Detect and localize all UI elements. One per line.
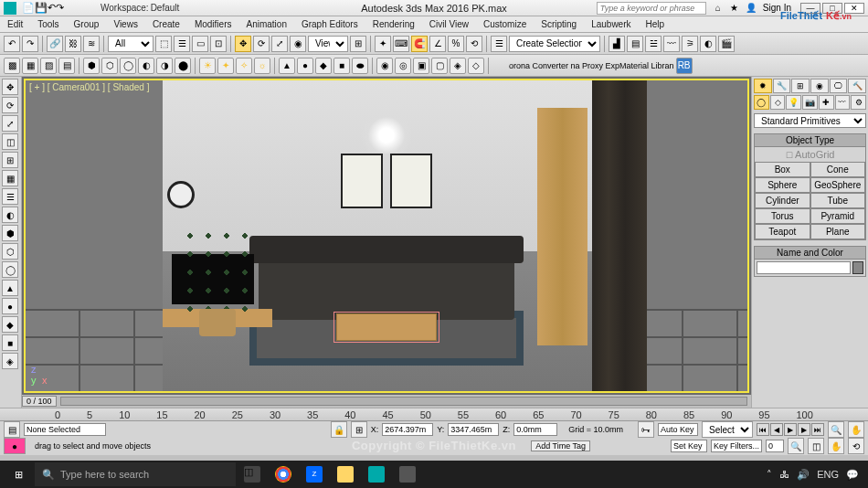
lock-selection-icon[interactable]: 🔒 [331, 421, 347, 438]
box-button[interactable]: Box [755, 162, 810, 177]
menu-laubwerk[interactable]: Laubwerk [591, 19, 630, 29]
tb2-icon[interactable]: ▣ [413, 58, 429, 74]
lt-icon[interactable]: ⬡ [2, 243, 18, 260]
menu-civil-view[interactable]: Civil View [429, 19, 469, 29]
app-icon[interactable] [393, 462, 422, 486]
menu-animation[interactable]: Animation [246, 19, 286, 29]
plane-button[interactable]: Plane [810, 224, 866, 239]
lt-icon[interactable]: ● [2, 298, 18, 314]
current-frame-field[interactable]: 0 [766, 440, 784, 452]
nav-orbit-icon[interactable]: ⟲ [848, 438, 864, 454]
tb2-icon[interactable]: ▩ [4, 58, 20, 74]
primitive-category-dropdown[interactable]: Standard Primitives [754, 113, 866, 128]
favorites-icon[interactable]: ★ [728, 2, 741, 15]
link-button[interactable]: 🔗 [47, 36, 63, 52]
select-name-button[interactable]: ☰ [174, 36, 190, 52]
mirror-button[interactable]: ▟ [609, 36, 625, 52]
angle-snap-button[interactable]: ∠ [429, 36, 446, 52]
lt-icon[interactable]: ⬢ [2, 225, 18, 241]
nav-pan-icon[interactable]: ✋ [828, 438, 844, 454]
corona-tools-label[interactable]: orona Converter na Proxy ExpMaterial Lib… [509, 61, 674, 70]
lt-icon[interactable]: ■ [2, 334, 18, 351]
tray-chevron-icon[interactable]: ˄ [767, 469, 772, 481]
named-selection-dropdown[interactable]: Create Selection Se [509, 36, 600, 52]
frame-indicator[interactable]: 0 / 100 [22, 396, 57, 407]
utilities-tab[interactable]: 🔨 [848, 79, 866, 93]
object-name-input[interactable] [757, 261, 851, 274]
tb2-icon[interactable]: ◇ [468, 58, 484, 74]
select-button[interactable]: ⬚ [155, 36, 172, 52]
tb2-icon[interactable]: ▤ [58, 58, 75, 74]
systems-subtab[interactable]: ⚙ [851, 95, 866, 110]
light-icon[interactable]: ✧ [236, 58, 252, 74]
light-icon[interactable]: ✦ [217, 58, 234, 74]
spinner-snap-button[interactable]: ⟲ [466, 36, 482, 52]
key-target-dropdown[interactable]: Selected [702, 421, 753, 438]
light-icon[interactable]: ☼ [254, 58, 270, 74]
tb2-icon[interactable]: ◐ [138, 58, 154, 74]
select-region-button[interactable]: ▭ [192, 36, 208, 52]
select-rotate-button[interactable]: ⟳ [253, 36, 270, 52]
lt-icon[interactable]: ◐ [2, 207, 18, 223]
nav-icon[interactable]: 🔍 [828, 421, 844, 438]
tray-notifications-icon[interactable]: 💬 [846, 469, 859, 481]
object-type-header[interactable]: Object Type [755, 134, 865, 147]
tb2-icon[interactable]: ⬤ [175, 58, 191, 74]
render-setup-button[interactable]: 🎬 [718, 36, 735, 52]
tb2-icon[interactable]: ◉ [376, 58, 393, 74]
x-coord-field[interactable]: 2674.397m [382, 423, 433, 436]
key-icon[interactable]: 🗝 [638, 421, 654, 438]
lt-icon[interactable]: ◯ [2, 261, 18, 278]
tb2-icon[interactable]: ⬢ [83, 58, 100, 74]
z-coord-field[interactable]: 0.0mm [513, 423, 557, 436]
snap-toggle-button[interactable]: 🧲 [411, 36, 428, 52]
spacewarps-subtab[interactable]: 〰 [835, 95, 851, 110]
workspace-dropdown[interactable]: Default [151, 3, 180, 13]
prev-frame-button[interactable]: ◀ [770, 423, 783, 436]
lights-subtab[interactable]: 💡 [786, 95, 801, 110]
lt-icon[interactable]: ☰ [2, 188, 18, 205]
manipulate-button[interactable]: ✦ [375, 36, 391, 52]
task-view-icon[interactable]: ◫ [238, 462, 267, 486]
signin-icon[interactable]: 👤 [745, 2, 757, 15]
tray-network-icon[interactable]: 🖧 [779, 469, 789, 480]
menu-edit[interactable]: Edit [7, 19, 23, 29]
trackbar-icon[interactable]: ▤ [4, 421, 20, 438]
autogrid-checkbox[interactable]: ☐ AutoGrid [755, 147, 865, 162]
menu-modifiers[interactable]: Modifiers [195, 19, 232, 29]
tb2-icon[interactable]: ⬬ [352, 58, 368, 74]
tb2-icon[interactable]: ■ [333, 58, 350, 74]
qat-icon[interactable]: ↶ [48, 2, 56, 14]
start-button[interactable]: ⊞ [4, 462, 33, 486]
tb2-icon[interactable]: ◈ [450, 58, 466, 74]
time-slider[interactable]: 0 / 100 [22, 395, 751, 408]
lt-icon[interactable]: ⊞ [2, 152, 18, 168]
lt-icon[interactable]: ⤢ [2, 115, 18, 132]
add-time-tag[interactable]: Add Time Tag [531, 440, 590, 451]
cylinder-button[interactable]: Cylinder [755, 193, 810, 208]
motion-tab[interactable]: ◉ [810, 79, 829, 93]
chrome-icon[interactable] [269, 462, 298, 486]
unlink-button[interactable]: ⛓ [65, 36, 81, 52]
qat-icon[interactable]: ↷ [56, 2, 64, 14]
geometry-subtab[interactable]: ◯ [754, 95, 769, 110]
setkey-button[interactable]: Set Key [671, 440, 707, 452]
create-tab[interactable]: ✹ [754, 79, 772, 93]
window-crossing-button[interactable]: ⊡ [210, 36, 227, 52]
nav-fov-icon[interactable]: ◫ [808, 438, 824, 454]
tb2-icon[interactable]: ◯ [120, 58, 136, 74]
3dsmax-icon[interactable] [362, 462, 391, 486]
sphere-button[interactable]: Sphere [755, 177, 810, 193]
viewport-label[interactable]: [ + ] [ Camera001 ] [ Shaded ] [29, 82, 149, 92]
redo-button[interactable]: ↷ [22, 36, 38, 52]
helpers-subtab[interactable]: ✚ [819, 95, 834, 110]
named-sets-button[interactable]: ☰ [491, 36, 507, 52]
nav-icon[interactable]: ✋ [848, 421, 864, 438]
tb2-icon[interactable]: ◎ [395, 58, 411, 74]
tb2-icon[interactable]: ◑ [156, 58, 173, 74]
material-editor-button[interactable]: ◐ [700, 36, 716, 52]
use-center-button[interactable]: ⊞ [350, 36, 366, 52]
menu-scripting[interactable]: Scripting [541, 19, 577, 29]
torus-button[interactable]: Torus [755, 208, 810, 224]
lt-icon[interactable]: ✥ [2, 79, 18, 95]
